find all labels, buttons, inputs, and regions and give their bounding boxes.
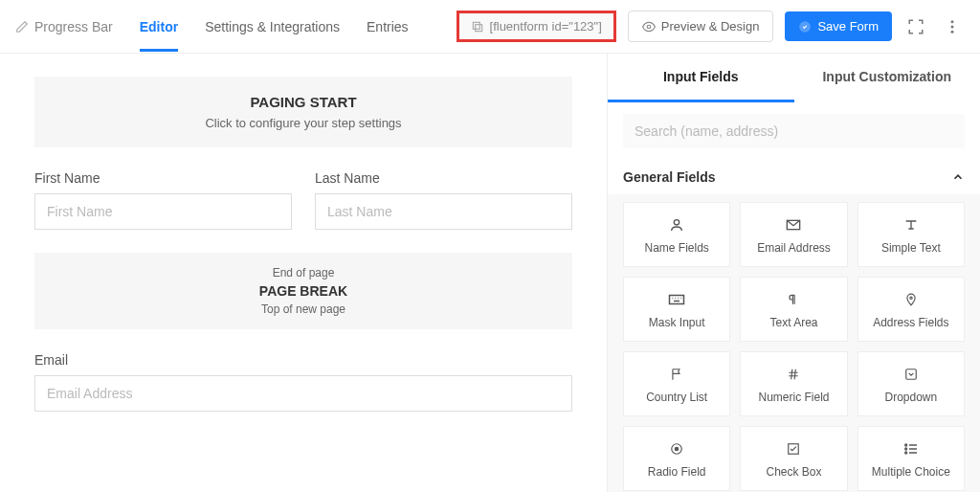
more-vertical-icon[interactable] [940,14,965,39]
field-country[interactable]: Country List [623,351,730,416]
field-checkbox-label: Check Box [766,465,821,479]
field-radio-label: Radio Field [648,465,706,479]
caret-square-icon [904,366,918,383]
email-field[interactable]: Email [34,352,572,412]
svg-point-16 [904,448,906,450]
field-name-label: Name Fields [644,241,708,255]
chevron-up-icon [951,170,965,184]
sidebar: Input Fields Input Customization General… [607,54,980,492]
tab-settings[interactable]: Settings & Integrations [205,2,340,52]
field-checkbox[interactable]: Check Box [740,426,847,491]
field-textarea-label: Text Area [769,316,817,329]
field-multiple-choice[interactable]: Multiple Choice [858,426,965,491]
field-name[interactable]: Name Fields [623,202,730,267]
keyboard-icon [668,291,685,308]
field-dropdown[interactable]: Dropdown [858,351,965,416]
page-break-end: End of page [48,266,559,280]
check-circle-icon [798,20,812,34]
svg-rect-11 [906,369,917,380]
preview-design-button[interactable]: Preview & Design [628,11,774,42]
field-country-label: Country List [646,391,707,404]
tab-input-customization[interactable]: Input Customization [794,54,981,102]
field-textarea[interactable]: Text Area [740,277,847,342]
tab-editor[interactable]: Editor [140,2,178,52]
first-name-input[interactable] [34,193,292,230]
user-icon [669,216,684,234]
field-mask-label: Mask Input [649,316,705,329]
mail-icon [786,216,801,234]
svg-rect-0 [475,24,481,31]
list-icon [903,440,919,458]
email-input[interactable] [34,375,572,412]
svg-rect-9 [670,296,684,304]
field-email[interactable]: Email Address [740,202,847,267]
shortcode-text: [fluentform id="123"] [490,19,602,34]
map-pin-icon [904,291,918,308]
save-label: Save Form [817,19,879,34]
hash-icon [787,366,800,383]
field-address-label: Address Fields [873,316,948,329]
paging-start-title: PAGING START [52,94,555,110]
field-dropdown-label: Dropdown [884,391,937,404]
page-break-top: Top of new page [48,302,559,316]
first-name-label: First Name [34,170,292,186]
last-name-label: Last Name [315,170,572,186]
fullscreen-icon[interactable] [903,14,928,39]
pencil-icon [15,20,29,34]
tab-entries-label: Entries [367,19,409,34]
tab-input-fields[interactable]: Input Fields [608,54,794,102]
tab-progress-bar-label: Progress Bar [34,19,113,34]
field-numeric[interactable]: Numeric Field [740,351,847,416]
tab-entries[interactable]: Entries [367,2,409,52]
field-multi-label: Multiple Choice [872,465,950,479]
first-name-field[interactable]: First Name [34,170,292,230]
field-text-label: Simple Text [881,241,941,255]
svg-point-2 [647,25,651,29]
tab-input-fields-label: Input Fields [663,69,739,84]
form-canvas: PAGING START Click to configure your ste… [0,54,607,492]
svg-point-6 [951,30,954,33]
general-fields-label: General Fields [623,169,715,185]
field-mask[interactable]: Mask Input [623,277,730,342]
last-name-input[interactable] [315,193,572,230]
svg-point-7 [674,220,679,225]
copy-icon [471,20,484,34]
field-email-label: Email Address [757,241,831,255]
svg-point-15 [904,444,906,446]
radio-icon [670,440,683,458]
svg-rect-1 [473,22,479,29]
search-input[interactable] [623,114,965,148]
field-address[interactable]: Address Fields [858,277,965,342]
svg-point-17 [904,452,906,454]
email-label: Email [34,352,572,368]
shortcode-box[interactable]: [fluentform id="123"] [457,11,616,42]
svg-point-10 [910,297,912,299]
tab-input-custom-label: Input Customization [822,69,951,84]
paragraph-icon [787,291,800,308]
flag-icon [670,366,683,383]
svg-point-5 [951,25,954,28]
tab-settings-label: Settings & Integrations [205,19,340,34]
last-name-field[interactable]: Last Name [315,170,572,230]
paging-start-block[interactable]: PAGING START Click to configure your ste… [34,77,572,147]
eye-icon [642,20,656,34]
save-form-button[interactable]: Save Form [785,11,892,41]
text-icon [903,216,919,234]
page-break-title: PAGE BREAK [48,283,559,299]
general-fields-header[interactable]: General Fields [608,160,980,194]
tab-progress-bar[interactable]: Progress Bar [15,2,113,52]
field-numeric-label: Numeric Field [758,391,829,404]
svg-point-4 [951,20,954,23]
tab-editor-label: Editor [140,19,178,34]
field-text[interactable]: Simple Text [858,202,965,267]
svg-point-13 [675,447,679,451]
preview-label: Preview & Design [661,19,760,34]
checkbox-icon [787,440,800,458]
page-break-block[interactable]: End of page PAGE BREAK Top of new page [34,253,572,329]
paging-start-subtitle: Click to configure your step settings [52,116,555,130]
field-radio[interactable]: Radio Field [623,426,730,491]
